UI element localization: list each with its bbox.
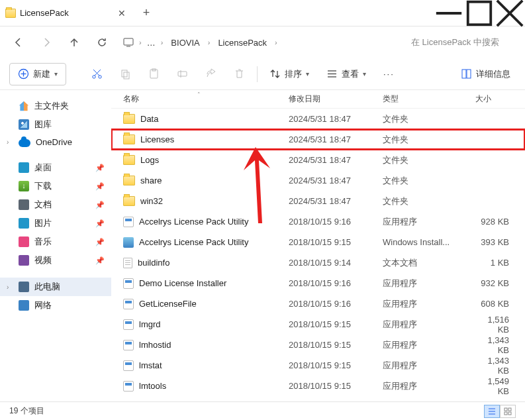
sidebar-item-gallery[interactable]: 图库 [0,115,111,134]
sort-icon [269,68,281,79]
file-name: Data [140,114,158,124]
file-row[interactable]: Demo License Installer2018/10/15 9:16应用程… [111,273,525,293]
file-name: buildinfo [138,258,169,268]
column-type[interactable]: 类型 [383,93,475,105]
back-button[interactable] [7,30,30,54]
close-tab-icon[interactable]: ✕ [118,8,126,19]
file-row[interactable]: Accelrys License Pack Utility2018/10/15 … [111,232,525,252]
file-row[interactable]: lmstat2018/10/15 9:15应用程序1,343 KB [111,355,525,376]
tiles-view-button[interactable] [500,405,516,418]
file-type: 应用程序 [383,360,475,372]
file-name: lmgrd [139,319,161,329]
maximize-button[interactable] [464,0,495,26]
minimize-button[interactable] [434,0,464,26]
sidebar-item-onedrive[interactable]: ›OneDrive [0,134,111,150]
tab-licensepack[interactable]: LicensePack ✕ [0,0,132,26]
file-row[interactable]: Licenses2024/5/31 18:47文件夹 [111,129,525,150]
home-icon [19,101,29,111]
sidebar-label: 图库 [34,119,52,131]
file-row[interactable]: share2024/5/31 18:47文件夹 [111,170,525,191]
address-bar[interactable]: › … › BIOVIA › LicensePack › [118,36,402,49]
rename-button[interactable] [171,63,193,85]
file-date: 2018/10/15 9:15 [289,340,383,350]
copy-button[interactable] [115,63,136,85]
details-view-button[interactable] [484,405,500,418]
chevron-right-icon: › [205,38,213,46]
breadcrumb-licensepack[interactable]: LicensePack [215,36,269,49]
file-name: share [140,176,162,185]
chevron-right-icon: › [158,38,166,46]
chevron-right-icon[interactable]: › [7,138,9,146]
sidebar-item-videos[interactable]: 视频📌 [0,251,111,270]
forward-button[interactable] [34,30,58,54]
file-date: 2024/5/31 18:47 [289,134,383,144]
file-date: 2018/10/15 9:15 [289,360,383,370]
breadcrumb-biovia[interactable]: BIOVIA [168,36,202,49]
svg-rect-27 [504,408,507,411]
file-row[interactable]: Accelrys License Pack Utility2018/10/15 … [111,211,525,232]
up-button[interactable] [62,30,86,54]
file-type: 文本文档 [383,257,475,269]
sidebar-item-pc[interactable]: ›此电脑 [0,278,111,296]
file-row[interactable]: lmgrd2018/10/15 9:15应用程序1,516 KB [111,314,525,335]
svg-point-9 [93,76,95,78]
more-button[interactable]: ··· [378,63,400,85]
details-button[interactable]: 详细信息 [455,63,516,85]
cut-icon [91,68,103,79]
file-row[interactable]: win322024/5/31 18:47文件夹 [111,191,525,211]
svg-rect-22 [462,70,466,78]
trash-icon [234,68,245,79]
share-button[interactable] [200,63,222,85]
refresh-button[interactable] [90,30,114,54]
pin-icon: 📌 [95,219,105,228]
sidebar-item-desktop[interactable]: 桌面📌 [0,158,111,177]
msi-icon [123,237,134,248]
paste-button[interactable] [143,63,165,85]
search-input[interactable]: 在 LicensePack 中搜索 [406,34,518,51]
folder-icon [123,134,135,144]
chevron-right-icon: › [272,38,280,46]
view-button[interactable]: 查看 ▾ [321,63,371,85]
sidebar-item-home[interactable]: 主文件夹 [0,97,111,115]
sidebar-item-documents[interactable]: 文档📌 [0,195,111,214]
sort-button[interactable]: 排序 ▾ [264,63,314,85]
column-date[interactable]: 修改日期 [289,93,383,105]
sidebar-item-downloads[interactable]: 下载📌 [0,177,111,195]
view-label: 查看 [342,68,359,80]
chevron-down-icon: ▾ [54,70,58,78]
file-date: 2018/10/15 9:14 [289,258,383,268]
cut-button[interactable] [86,63,108,85]
sidebar-item-network[interactable]: 网络 [0,296,111,315]
details-icon [461,68,472,79]
plus-circle-icon [18,68,29,79]
file-size: 1,516 KB [475,315,525,335]
file-row[interactable]: buildinfo2018/10/15 9:14文本文档1 KB [111,252,525,273]
close-button[interactable] [495,0,525,26]
svg-line-12 [93,70,99,76]
file-size: 1 KB [475,258,525,268]
file-type: 应用程序 [383,339,475,351]
new-button[interactable]: 新建 ▾ [9,63,66,85]
file-row[interactable]: GetLicenseFile2018/10/15 9:16应用程序608 KB [111,293,525,314]
file-row[interactable]: lmtools2018/10/15 9:15应用程序1,549 KB [111,376,525,396]
column-name[interactable]: 名称 [118,93,289,105]
ellipsis-icon[interactable]: … [147,38,156,48]
paste-icon [148,68,160,79]
file-type: 文件夹 [383,113,475,125]
svg-rect-23 [467,70,471,78]
chevron-right-icon[interactable]: › [7,284,9,291]
file-name: Logs [140,155,159,165]
file-row[interactable]: lmhostid2018/10/15 9:15应用程序1,343 KB [111,335,525,355]
new-tab-button[interactable]: + [136,3,156,23]
file-row[interactable]: Logs2024/5/31 18:47文件夹 [111,150,525,170]
delete-button[interactable] [228,63,250,85]
file-row[interactable]: Data2024/5/31 18:47文件夹 [111,109,525,129]
folder-icon [123,114,135,124]
sidebar-item-music[interactable]: 音乐📌 [0,233,111,251]
item-count: 19 个项目 [9,405,44,417]
svg-rect-30 [508,412,511,415]
new-label: 新建 [33,68,50,80]
sidebar-item-pictures[interactable]: 图片📌 [0,214,111,233]
column-size[interactable]: 大小 [475,93,525,105]
view-toggle [484,405,516,418]
